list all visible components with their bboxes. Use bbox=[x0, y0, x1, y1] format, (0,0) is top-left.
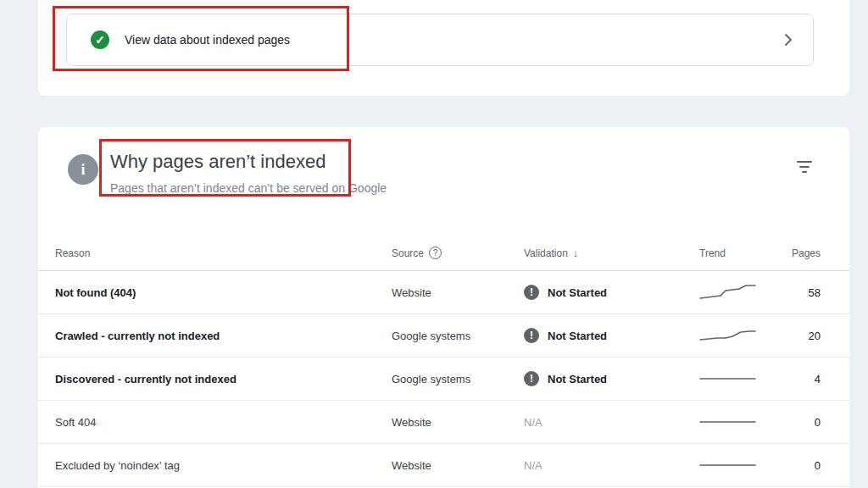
filter-icon[interactable] bbox=[797, 161, 814, 175]
table-row[interactable]: Not found (404) Website ! Not Started 58 bbox=[38, 271, 849, 314]
trend-sparkline bbox=[699, 282, 757, 302]
validation-cell: ! Not Started bbox=[524, 285, 661, 300]
validation-label: N/A bbox=[524, 459, 542, 472]
validation-label: Not Started bbox=[548, 330, 607, 342]
header-validation-label: Validation bbox=[524, 247, 568, 259]
trend-cell bbox=[661, 369, 788, 389]
header-pages[interactable]: Pages bbox=[788, 247, 821, 259]
pages-cell: 4 bbox=[788, 373, 821, 385]
pages-cell: 0 bbox=[788, 459, 821, 472]
chevron-right-icon bbox=[784, 33, 793, 47]
trend-sparkline bbox=[699, 325, 757, 346]
trend-cell bbox=[661, 325, 788, 346]
trend-sparkline bbox=[699, 369, 757, 389]
header-trend: Trend bbox=[661, 247, 788, 259]
sort-down-icon: ↓ bbox=[573, 247, 579, 259]
reason-cell: Discovered - currently not indexed bbox=[55, 373, 392, 385]
trend-sparkline bbox=[699, 455, 757, 475]
exclamation-icon: ! bbox=[524, 371, 539, 386]
header-validation[interactable]: Validation ↓ bbox=[524, 247, 661, 259]
source-cell: Google systems bbox=[392, 373, 524, 385]
validation-cell: ! Not Started bbox=[524, 371, 661, 386]
trend-sparkline bbox=[699, 412, 757, 432]
table-row[interactable]: Excluded by ‘noindex’ tag Website N/A 0 bbox=[38, 444, 849, 487]
validation-cell: N/A bbox=[524, 416, 661, 429]
header-reason-label: Reason bbox=[55, 247, 90, 259]
table-row[interactable]: Discovered - currently not indexed Googl… bbox=[38, 358, 849, 401]
help-icon[interactable]: ? bbox=[429, 247, 442, 259]
reason-cell: Excluded by ‘noindex’ tag bbox=[55, 459, 392, 472]
why-not-indexed-card: i Why pages aren’t indexed Pages that ar… bbox=[38, 127, 849, 488]
header-pages-label: Pages bbox=[792, 247, 821, 259]
reason-cell: Crawled - currently not indexed bbox=[55, 330, 392, 342]
trend-cell bbox=[661, 282, 788, 302]
reason-cell: Not found (404) bbox=[55, 286, 392, 299]
source-cell: Website bbox=[392, 286, 524, 299]
header-source[interactable]: Source ? bbox=[392, 247, 524, 259]
page-subtitle: Pages that aren’t indexed can’t be serve… bbox=[110, 181, 387, 195]
source-cell: Website bbox=[392, 459, 524, 472]
exclamation-icon: ! bbox=[524, 285, 539, 300]
reasons-table: Reason Source ? Validation ↓ Trend Pages… bbox=[38, 236, 849, 487]
info-icon: i bbox=[68, 154, 98, 185]
indexed-pages-card: ✓ View data about indexed pages bbox=[38, 0, 849, 96]
view-indexed-data-label: View data about indexed pages bbox=[125, 33, 290, 47]
table-row[interactable]: Soft 404 Website N/A 0 bbox=[38, 401, 849, 444]
header-reason[interactable]: Reason bbox=[55, 247, 392, 259]
validation-cell: ! Not Started bbox=[524, 328, 661, 343]
exclamation-icon: ! bbox=[524, 328, 539, 343]
validation-label: Not Started bbox=[548, 373, 607, 385]
source-cell: Google systems bbox=[392, 330, 524, 342]
validation-cell: N/A bbox=[524, 459, 661, 472]
table-header-row: Reason Source ? Validation ↓ Trend Pages bbox=[38, 236, 849, 271]
view-indexed-data-button[interactable]: ✓ View data about indexed pages bbox=[66, 14, 814, 66]
reason-cell: Soft 404 bbox=[55, 416, 392, 429]
pages-cell: 58 bbox=[788, 286, 821, 299]
pages-cell: 20 bbox=[788, 330, 821, 342]
trend-cell bbox=[661, 412, 788, 432]
header-source-label: Source bbox=[392, 247, 424, 259]
page-title: Why pages aren’t indexed bbox=[110, 151, 326, 173]
source-cell: Website bbox=[392, 416, 524, 429]
check-circle-icon: ✓ bbox=[91, 30, 109, 49]
validation-label: Not Started bbox=[548, 286, 607, 299]
table-row[interactable]: Crawled - currently not indexed Google s… bbox=[38, 314, 849, 358]
validation-label: N/A bbox=[524, 416, 542, 429]
header-trend-label: Trend bbox=[699, 247, 726, 259]
pages-cell: 0 bbox=[788, 416, 821, 429]
trend-cell bbox=[661, 455, 788, 475]
